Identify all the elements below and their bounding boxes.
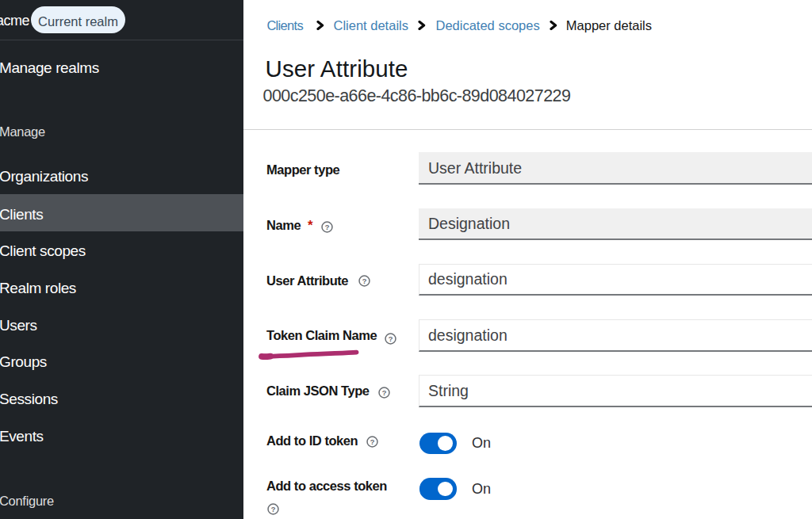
svg-text:?: ? — [389, 335, 393, 343]
svg-text:?: ? — [324, 223, 329, 231]
svg-text:?: ? — [382, 388, 387, 396]
svg-text:?: ? — [271, 505, 276, 513]
svg-text:?: ? — [362, 277, 367, 284]
svg-text:?: ? — [370, 438, 374, 446]
